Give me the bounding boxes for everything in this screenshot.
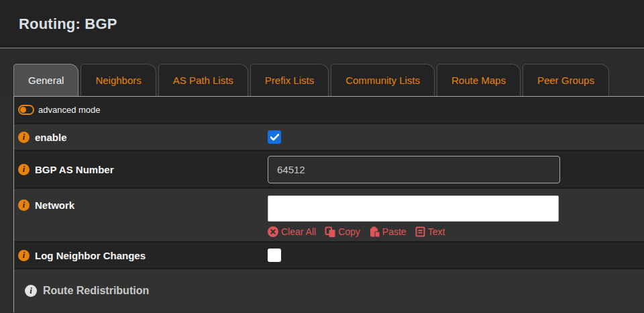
copy-button[interactable]: Copy — [325, 226, 360, 237]
bgp-as-number-input[interactable] — [268, 156, 560, 183]
tokenizer-actions: Clear All Copy Paste — [268, 226, 559, 237]
page-title: Routing: BGP — [19, 15, 117, 33]
toggle-off-icon[interactable] — [18, 105, 34, 115]
field-row-bgp-as-number: i BGP AS Number — [14, 151, 644, 189]
field-row-log-neighbor-changes: i Log Neighbor Changes — [14, 242, 644, 269]
enable-label: enable — [35, 132, 67, 143]
log-neighbor-changes-label: Log Neighbor Changes — [35, 250, 146, 261]
tab-peer-groups[interactable]: Peer Groups — [523, 64, 609, 96]
clear-all-button[interactable]: Clear All — [268, 226, 316, 237]
copy-icon — [325, 226, 335, 237]
text-button[interactable]: Text — [415, 226, 445, 237]
advanced-mode-row[interactable]: advanced mode — [14, 97, 644, 124]
checkmark-icon — [270, 134, 279, 141]
network-input[interactable] — [268, 195, 559, 222]
page-header: Routing: BGP — [0, 0, 644, 48]
network-label: Network — [35, 199, 74, 211]
info-icon[interactable]: i — [18, 199, 30, 211]
tab-general[interactable]: General — [13, 64, 78, 96]
tab-route-maps[interactable]: Route Maps — [437, 64, 521, 96]
route-redistribution-section: i Route Redistribution — [14, 269, 644, 312]
tab-prefix-lists[interactable]: Prefix Lists — [250, 64, 329, 96]
tab-strip: General Neighbors AS Path Lists Prefix L… — [0, 48, 644, 96]
field-row-enable: i enable — [14, 124, 644, 151]
file-text-icon — [415, 226, 425, 237]
enable-checkbox[interactable] — [268, 130, 281, 144]
log-neighbor-changes-checkbox[interactable] — [268, 249, 281, 262]
info-icon[interactable]: i — [18, 250, 30, 261]
info-icon[interactable]: i — [18, 132, 30, 143]
tab-community-lists[interactable]: Community Lists — [331, 64, 435, 96]
paste-icon — [369, 226, 380, 237]
advanced-mode-label: advanced mode — [38, 105, 101, 115]
info-icon[interactable]: i — [25, 285, 37, 297]
paste-button[interactable]: Paste — [369, 226, 407, 237]
bgp-as-number-label: BGP AS Number — [35, 164, 114, 175]
settings-panel: advanced mode i enable i BGP AS Number i… — [13, 96, 644, 312]
tab-neighbors[interactable]: Neighbors — [80, 64, 156, 96]
route-redistribution-label: Route Redistribution — [43, 285, 149, 297]
field-row-network: i Network Clear All Copy — [14, 189, 644, 242]
tab-as-path-lists[interactable]: AS Path Lists — [158, 64, 248, 96]
circle-x-icon — [268, 226, 278, 237]
info-icon[interactable]: i — [18, 164, 30, 175]
